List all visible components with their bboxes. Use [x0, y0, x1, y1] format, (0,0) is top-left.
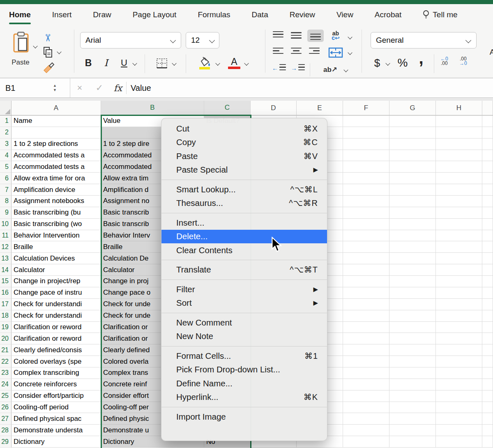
cell-X23[interactable]: [436, 367, 482, 379]
cell-A8[interactable]: Assignment notebooks: [12, 196, 101, 207]
cell-A24[interactable]: Concrete reinforcers: [12, 379, 101, 390]
cell-X12[interactable]: [343, 241, 389, 253]
cell-A15[interactable]: Change in project/rep: [12, 276, 101, 287]
cell-X26[interactable]: [482, 402, 493, 413]
column-header-E[interactable]: E: [297, 101, 343, 115]
fill-color-button[interactable]: [196, 55, 213, 71]
menu-item-new-comment[interactable]: New Comment: [161, 316, 327, 330]
fill-color-chevron[interactable]: [215, 61, 220, 65]
row-header-4[interactable]: 4: [0, 150, 12, 162]
cell-X4[interactable]: [389, 150, 436, 162]
cell-X6[interactable]: [436, 173, 482, 184]
cell-X28[interactable]: [482, 425, 493, 436]
cell-A22[interactable]: Colored overlays (spe: [12, 356, 101, 367]
column-header-D[interactable]: D: [251, 101, 297, 115]
tab-home[interactable]: Home: [9, 10, 31, 19]
cell-X27[interactable]: [389, 413, 436, 425]
cell-X13[interactable]: [482, 253, 493, 264]
cell-X14[interactable]: [436, 264, 482, 276]
cell-X18[interactable]: [343, 310, 389, 322]
cell-X11[interactable]: [343, 230, 389, 242]
cell-X17[interactable]: [436, 299, 482, 310]
cell-X8[interactable]: [436, 196, 482, 207]
cell-X10[interactable]: [389, 219, 436, 230]
row-header-16[interactable]: 16: [0, 287, 12, 299]
cell-X15[interactable]: [343, 276, 389, 287]
cell-X25[interactable]: [343, 390, 389, 402]
cell-X10[interactable]: [343, 219, 389, 230]
cell-X27[interactable]: [343, 413, 389, 425]
cell-A11[interactable]: Behavior Intervention: [12, 230, 101, 242]
cell-X24[interactable]: [343, 379, 389, 390]
column-header-stub[interactable]: [482, 101, 493, 115]
comma-button[interactable]: ,: [416, 50, 426, 66]
cell-X1[interactable]: [389, 115, 436, 127]
cell-X25[interactable]: [482, 390, 493, 402]
wrap-text-button[interactable]: ab c↩: [329, 29, 343, 43]
menu-item-smart-lookup[interactable]: Smart Lookup...^⌥⌘L: [161, 182, 327, 196]
cell-X7[interactable]: [343, 184, 389, 196]
cell-X29[interactable]: [343, 436, 389, 448]
cell-A18[interactable]: Check for understandi: [12, 310, 101, 322]
cell-A23[interactable]: Complex transcribing: [12, 367, 101, 379]
formula-bar-input[interactable]: Value: [131, 79, 151, 97]
cell-X2[interactable]: [482, 127, 493, 139]
cell-X3[interactable]: [343, 139, 389, 150]
row-header-10[interactable]: 10: [0, 219, 12, 230]
cell-X21[interactable]: [436, 344, 482, 356]
align-middle-button[interactable]: [291, 31, 302, 39]
currency-chevron[interactable]: [385, 61, 390, 65]
menu-item-define-name[interactable]: Define Name...: [161, 376, 327, 390]
tab-data[interactable]: Data: [252, 10, 268, 19]
cell-X29[interactable]: [436, 436, 482, 448]
tab-tell-me[interactable]: Tell me: [423, 10, 457, 20]
cell-X1[interactable]: [343, 115, 389, 127]
cell-X23[interactable]: [389, 367, 436, 379]
column-header-C[interactable]: C: [204, 101, 251, 115]
cell-X5[interactable]: [436, 161, 482, 173]
increase-indent-button[interactable]: →: [291, 64, 305, 72]
cell-X12[interactable]: [436, 241, 482, 253]
paste-label[interactable]: Paste: [7, 58, 34, 67]
row-header-5[interactable]: 5: [0, 161, 12, 173]
merge-center-button[interactable]: [328, 47, 343, 58]
cell-A16[interactable]: Change pace of instru: [12, 287, 101, 299]
cell-X9[interactable]: [436, 207, 482, 219]
cell-X14[interactable]: [343, 264, 389, 276]
cell-A6[interactable]: Allow extra time for ora: [12, 173, 101, 184]
menu-item-paste-special[interactable]: Paste Special▶: [161, 163, 327, 177]
cell-A1[interactable]: Name: [12, 115, 101, 127]
menu-item-paste[interactable]: Paste⌘V: [161, 149, 327, 163]
cell-X22[interactable]: [482, 356, 493, 367]
cell-A20[interactable]: Clarification or reword: [12, 333, 101, 344]
cell-X18[interactable]: [389, 310, 436, 322]
borders-chevron[interactable]: [172, 61, 176, 65]
cancel-button[interactable]: ×: [70, 79, 90, 97]
tab-draw[interactable]: Draw: [93, 10, 111, 19]
cell-X28[interactable]: [343, 425, 389, 436]
column-header-H[interactable]: H: [436, 101, 482, 115]
cell-X19[interactable]: [343, 322, 389, 333]
menu-item-delete[interactable]: Delete...: [161, 230, 327, 244]
name-box[interactable]: B1 ▲▼: [0, 79, 70, 97]
cell-X3[interactable]: [436, 139, 482, 150]
font-color-chevron[interactable]: [244, 61, 249, 65]
cell-X4[interactable]: [343, 150, 389, 162]
row-header-24[interactable]: 24: [0, 379, 12, 390]
cell-X6[interactable]: [343, 173, 389, 184]
cell-X26[interactable]: [343, 402, 389, 413]
cell-X3[interactable]: [482, 139, 493, 150]
decrease-indent-button[interactable]: ←: [272, 64, 286, 72]
tab-view[interactable]: View: [336, 10, 353, 19]
row-header-22[interactable]: 22: [0, 356, 12, 367]
row-header-29[interactable]: 29: [0, 436, 12, 448]
cell-X2[interactable]: [436, 127, 482, 139]
cell-X15[interactable]: [389, 276, 436, 287]
cell-X27[interactable]: [482, 413, 493, 425]
orientation-chevron[interactable]: [343, 67, 348, 72]
cell-X7[interactable]: [482, 184, 493, 196]
cell-X16[interactable]: [436, 287, 482, 299]
row-header-18[interactable]: 18: [0, 310, 12, 322]
row-header-8[interactable]: 8: [0, 196, 12, 207]
cell-X18[interactable]: [482, 310, 493, 322]
